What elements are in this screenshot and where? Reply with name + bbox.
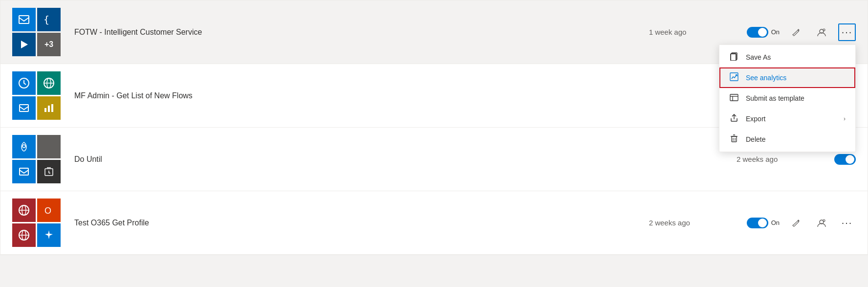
svg-rect-28 [51,104,53,112]
flow-actions-4: On ··· [747,214,856,232]
icon-tile-sparkle [37,223,61,247]
svg-text:O: O [44,206,51,216]
svg-marker-2 [21,41,28,48]
share-button-4[interactable] [813,214,830,232]
toggle-switch-4[interactable] [747,218,768,228]
svg-rect-27 [48,106,50,112]
menu-item-delete-label: Delete [746,135,846,143]
icon-tile-globe-red [12,199,36,222]
svg-point-29 [22,145,25,148]
dropdown-menu: Save As See analytics Submit as template [719,44,856,152]
menu-item-see-analytics[interactable]: See analytics [719,67,855,88]
icon-tile-badge: +3 [37,33,61,56]
icon-tile-gray [37,135,61,158]
analytics-icon [729,72,739,83]
flow-name-2: MF Admin - Get List of New Flows [74,91,737,100]
menu-item-template-label: Submit as template [746,94,846,102]
menu-item-export-label: Export [746,115,837,123]
svg-rect-9 [730,94,738,101]
icon-tile-play [12,33,36,56]
more-button[interactable]: ··· [838,23,856,41]
edit-button-4[interactable] [787,214,805,232]
toggle-wrap-4: On [747,218,780,228]
flow-actions: On ··· [747,23,856,41]
icon-tile-globe [37,71,61,95]
svg-rect-0 [19,16,29,23]
flow-icons: { } +3 [12,8,61,56]
icon-tile-touch [12,135,36,158]
toggle-switch-3[interactable] [834,154,856,165]
flow-name: FOTW - Intelligent Customer Service [74,28,649,37]
flow-name-4: Test O365 Get Profile [74,219,649,227]
svg-rect-16 [732,136,737,142]
template-icon [729,93,739,104]
svg-point-4 [823,29,825,31]
icon-tile-clock [12,71,36,95]
toggle-label-4: On [771,219,780,226]
flow-actions-3 [834,154,856,165]
svg-point-43 [823,220,825,221]
toggle-wrap: On [747,27,780,38]
svg-rect-26 [44,108,46,112]
export-icon [729,113,739,124]
flow-row: { } +3 FOTW - Intelligent Customer Servi… [0,0,868,64]
flow-time-4: 2 weeks ago [649,219,747,227]
share-button[interactable] [813,23,830,41]
trash-icon [729,134,739,145]
flow-list: { } +3 FOTW - Intelligent Customer Servi… [0,0,868,255]
icon-tile-office: O [37,199,61,222]
edit-button[interactable] [787,23,805,41]
flow-icons-3 [12,135,61,183]
flow-icons-2 [12,71,61,120]
more-button-4[interactable]: ··· [838,214,856,232]
svg-text:{ }: { } [43,14,55,25]
flow-row-4: O Test O365 Get Profile 2 weeks ago On [0,191,868,255]
menu-item-save-as-label: Save As [746,53,846,61]
svg-rect-8 [730,73,738,81]
icon-tile-timer [37,160,61,183]
svg-rect-6 [731,54,736,61]
menu-item-submit-template[interactable]: Submit as template [719,88,855,109]
chevron-right-icon: › [844,115,846,122]
menu-item-save-as[interactable]: Save As [719,47,855,67]
menu-item-analytics-label: See analytics [746,74,846,82]
icon-tile-outlook [12,8,36,31]
icon-tile-outlook-3 [12,160,36,183]
toggle-label: On [771,28,780,36]
icon-tile-outlook-2 [12,96,36,120]
flow-time: 1 week ago [649,28,747,36]
copy-icon [729,52,739,63]
flow-icons-4: O [12,199,61,247]
menu-item-export[interactable]: Export › [719,109,855,129]
flow-time-3: 2 weeks ago [737,155,834,163]
flow-name-3: Do Until [74,155,737,164]
icon-tile-chart [37,96,61,120]
toggle-switch[interactable] [747,27,768,38]
menu-item-delete[interactable]: Delete [719,129,855,150]
icon-tile-globe-red-2 [12,223,36,247]
icon-tile-code: { } [37,8,61,31]
toggle-wrap-3 [834,154,856,165]
